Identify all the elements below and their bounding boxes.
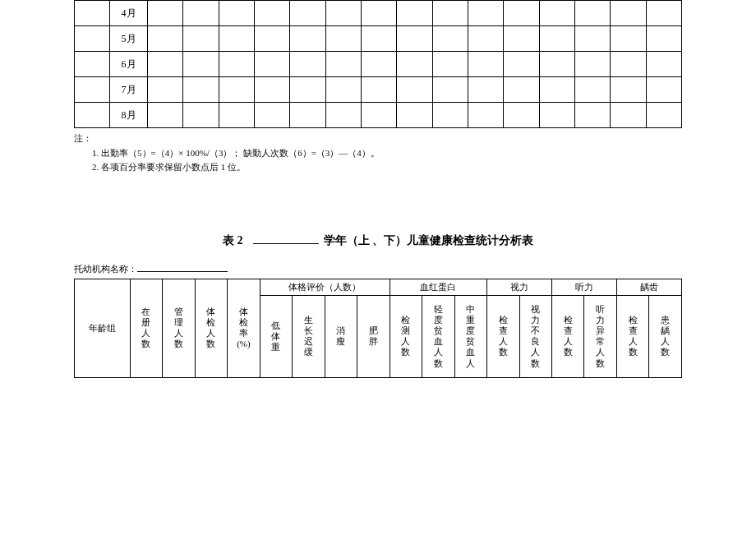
col-obese: 肥胖 <box>357 295 390 377</box>
group-caries: 龋齿 <box>616 279 681 295</box>
month-label: 8月 <box>110 103 147 128</box>
title-suffix: 学年（上 、下）儿童健康检查统计分析表 <box>324 234 534 247</box>
col-exam-rate: 体检率(%) <box>228 279 260 377</box>
col-age-group: 年龄组 <box>75 279 131 377</box>
col-enrolled: 在册人数 <box>130 279 162 377</box>
month-label: 6月 <box>110 52 147 77</box>
blank-year <box>253 233 319 244</box>
col-growth-slow: 生长迟缓 <box>293 295 325 377</box>
group-hearing: 听力 <box>551 279 616 295</box>
col-managed: 管理人数 <box>163 279 195 377</box>
month-label: 7月 <box>110 77 147 103</box>
blank-org <box>137 263 228 272</box>
note-line-1: 1. 出勤率（5）=（4）× 100%/（3）； 缺勤人次数（6）=（3）—（4… <box>74 146 682 161</box>
group-vision: 视力 <box>487 279 552 295</box>
col-caries-count: 患龋人数 <box>649 295 682 377</box>
col-test-count: 检测人数 <box>390 295 422 377</box>
col-examined: 体检人数 <box>195 279 227 377</box>
table2-title: 表 2 学年（上 、下）儿童健康检查统计分析表 <box>74 233 682 248</box>
group-hemoglobin: 血红蛋白 <box>390 279 486 295</box>
month-label: 5月 <box>110 26 147 52</box>
empty-cell <box>75 1 110 26</box>
group-physical: 体格评价（人数） <box>260 279 390 295</box>
col-vision-check: 检查人数 <box>487 295 519 377</box>
table-row: 4月 <box>75 1 682 26</box>
month-table: 4月 5月 6月 7月 8月 <box>74 0 682 128</box>
notes-label: 注： <box>74 131 682 146</box>
col-severe-anemia: 中重度贫血人 <box>454 295 486 377</box>
col-caries-check: 检查人数 <box>616 295 648 377</box>
col-mild-anemia: 轻度贫血人数 <box>422 295 454 377</box>
title-prefix: 表 2 <box>223 234 243 247</box>
col-hearing-bad: 听力异常人数 <box>584 295 616 377</box>
month-label: 4月 <box>110 1 147 26</box>
table-row: 6月 <box>75 52 682 77</box>
note-line-2: 2. 各项百分率要求保留小数点后 1 位。 <box>74 160 682 175</box>
col-hearing-check: 检查人数 <box>551 295 583 377</box>
col-thin: 消瘦 <box>325 295 357 377</box>
table-row: 8月 <box>75 103 682 128</box>
header-row-1: 年龄组 在册人数 管理人数 体检人数 体检率(%) 体格评价（人数） 血红蛋白 … <box>75 279 682 295</box>
col-low-weight: 低体重 <box>260 295 292 377</box>
table-row: 5月 <box>75 26 682 52</box>
table-row: 7月 <box>75 77 682 103</box>
notes-block: 注： 1. 出勤率（5）=（4）× 100%/（3）； 缺勤人次数（6）=（3）… <box>74 131 682 175</box>
health-stats-table: 年龄组 在册人数 管理人数 体检人数 体检率(%) 体格评价（人数） 血红蛋白 … <box>74 279 682 378</box>
col-vision-bad: 视力不良人数 <box>519 295 551 377</box>
org-label: 托幼机构名称： <box>74 264 137 274</box>
org-name-line: 托幼机构名称： <box>74 263 682 275</box>
